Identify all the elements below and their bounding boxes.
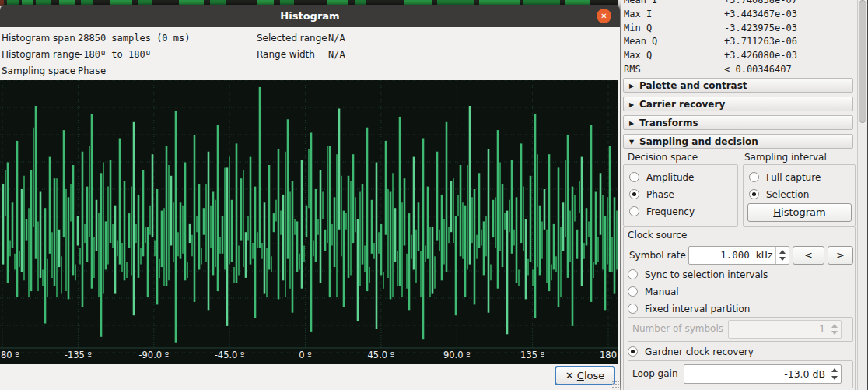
clock-source-label: Clock source — [628, 230, 687, 241]
radio-icon — [629, 172, 639, 182]
radio-icon — [628, 286, 638, 297]
histogram-button[interactable]: Histogram — [747, 203, 852, 222]
spinner-arrows[interactable] — [828, 365, 841, 383]
histogram-plot[interactable]: 80 º-135 º-90.0 º-45.0 º0 º45.0 º90.0 º1… — [0, 80, 618, 364]
spin-up-icon — [831, 324, 838, 328]
radio-full-capture[interactable]: Full capture — [749, 171, 821, 184]
stat-row: Max Q+3.426080e-03 — [624, 48, 857, 62]
number-of-symbols-spinbox: 1 — [728, 320, 842, 339]
scrollbar-thumb[interactable] — [859, 0, 866, 123]
radio-amplitude[interactable]: Amplitude — [629, 171, 695, 184]
number-of-symbols-label: Number of symbols — [632, 323, 723, 335]
symbol-rate-label: Symbol rate — [629, 250, 686, 262]
radio-icon — [749, 189, 759, 199]
stat-row: Mean Q+3.711263e-06 — [624, 34, 857, 48]
histogram-range-value: -180º to 180º — [78, 47, 151, 61]
dialog-title: Histogram — [0, 5, 620, 27]
dialog-titlebar[interactable]: Histogram ✕ — [0, 5, 620, 27]
svg-text:45.0 º: 45.0 º — [368, 350, 395, 360]
stat-row: RMS< 0.00346407 — [624, 62, 857, 76]
histogram-dialog: Histogram ✕ Histogram span 28850 samples… — [0, 5, 620, 390]
svg-text:90.0 º: 90.0 º — [443, 350, 471, 360]
radio-fixed-interval-partition[interactable]: Fixed interval partition — [628, 303, 750, 315]
loop-gain-spinbox[interactable]: -13.0 dB — [684, 364, 842, 384]
section-carrier-recovery[interactable]: ▶Carrier recovery — [623, 97, 853, 111]
spinner-arrows — [828, 321, 841, 338]
sampling-space-label: Sampling space — [2, 64, 75, 78]
symbol-rate-next-button[interactable]: > — [828, 246, 853, 265]
histogram-canvas[interactable]: 80 º-135 º-90.0 º-45.0 º0 º45.0 º90.0 º1… — [0, 80, 618, 364]
panel-scrollbar[interactable] — [857, 0, 867, 390]
radio-phase[interactable]: Phase — [629, 188, 674, 201]
resize-grip[interactable] — [611, 380, 619, 389]
radio-selection[interactable]: Selection — [749, 188, 809, 201]
radio-frequency[interactable]: Frequency — [629, 206, 695, 218]
histogram-summary: Histogram span 28850 samples (0 ms) Hist… — [0, 27, 620, 80]
spin-down-icon — [831, 331, 838, 335]
svg-text:-135 º: -135 º — [65, 350, 92, 360]
section-palette-and-contrast[interactable]: ▶Palette and contrast — [623, 78, 853, 93]
section-transforms[interactable]: ▶Transforms — [623, 115, 853, 130]
chevron-right-icon: ▶ — [629, 79, 639, 93]
svg-text:-45.0 º: -45.0 º — [215, 350, 245, 360]
spin-down-icon[interactable] — [831, 376, 838, 380]
chevron-right-icon: ▶ — [629, 116, 639, 131]
radio-icon — [628, 304, 638, 314]
radio-manual[interactable]: Manual — [628, 286, 679, 298]
svg-text:-90.0 º: -90.0 º — [138, 350, 169, 360]
chevron-right-icon: ▶ — [629, 97, 639, 112]
svg-text:80 º: 80 º — [1, 350, 19, 360]
spinner-arrows[interactable] — [775, 247, 789, 264]
range-width-label: Range width — [257, 47, 315, 61]
selected-range-value: N/A — [328, 31, 345, 45]
sampling-space-value: Phase — [78, 64, 106, 78]
spin-up-icon[interactable] — [831, 368, 838, 372]
radio-icon — [628, 269, 638, 279]
radio-icon — [629, 189, 639, 199]
svg-text:135 º: 135 º — [520, 350, 544, 360]
loop-gain-label: Loop gain — [632, 368, 678, 380]
chevron-down-icon: ▼ — [629, 135, 639, 149]
close-icon: ✕ — [565, 370, 574, 381]
histogram-span-label: Histogram span — [2, 31, 75, 45]
range-width-value: N/A — [328, 47, 345, 61]
selected-range-label: Selected range — [257, 31, 327, 45]
radio-sync-to-selection-intervals[interactable]: Sync to selection intervals — [628, 269, 768, 281]
stat-row: Min Q-3.423975e-03 — [624, 21, 857, 35]
section-sampling-and-decision[interactable]: ▼Sampling and decision — [623, 134, 853, 149]
inspector-panel: Mean I+3.740838e-07 Max I+3.443467e-03 M… — [621, 0, 868, 390]
stat-row: Mean I+3.740838e-07 — [624, 0, 857, 7]
close-button[interactable]: ✕ Close — [555, 366, 615, 385]
radio-gardner-clock-recovery[interactable]: Gardner clock recovery — [628, 346, 754, 358]
symbol-rate-spinbox[interactable]: 1.000 kHz — [688, 246, 789, 265]
histogram-range-label: Histogram range — [2, 47, 80, 61]
radio-icon — [749, 172, 759, 182]
spin-down-icon[interactable] — [779, 257, 786, 261]
window-close-icon[interactable]: ✕ — [597, 9, 611, 23]
symbol-rate-prev-button[interactable]: < — [793, 246, 824, 265]
stat-row: Max I+3.443467e-03 — [624, 7, 857, 21]
histogram-span-value: 28850 samples (0 ms) — [78, 31, 191, 45]
svg-text:0 º: 0 º — [299, 350, 311, 360]
dialog-footer: ✕ Close — [0, 364, 620, 390]
spin-up-icon[interactable] — [779, 250, 786, 254]
radio-icon — [629, 206, 639, 216]
sampling-interval-label: Sampling interval — [744, 152, 827, 163]
radio-icon — [628, 346, 638, 357]
svg-text:180: 180 — [600, 350, 617, 360]
decision-space-label: Decision space — [628, 152, 698, 163]
